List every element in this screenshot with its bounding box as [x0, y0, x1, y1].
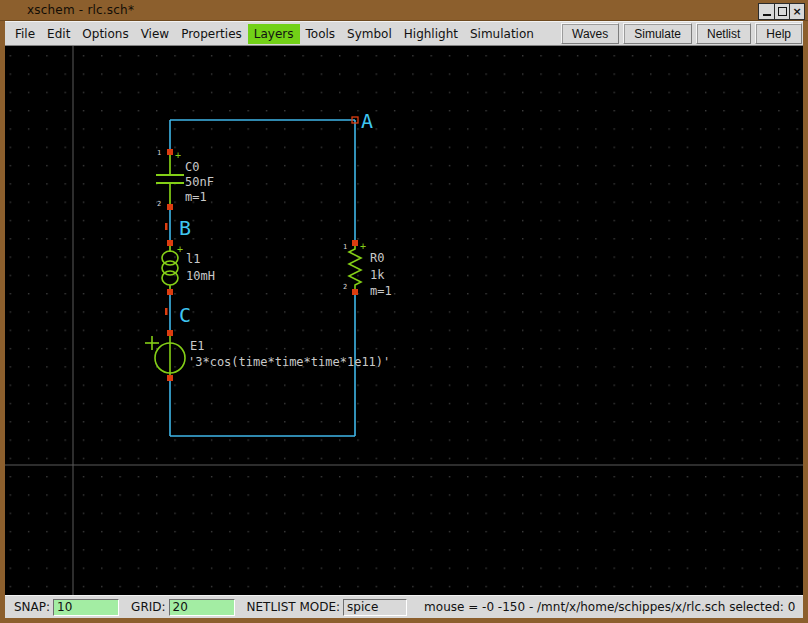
inductor-pin1-marker	[167, 240, 173, 246]
grid-label: GRID:	[131, 600, 165, 614]
capacitor-mult-label: m=1	[185, 190, 207, 204]
netlist-mode-input[interactable]	[343, 599, 407, 616]
node-label-a[interactable]: A	[361, 109, 373, 133]
source-value-label: '3*cos(time*time*time*1e11)'	[188, 355, 390, 369]
resistor-name-label: R0	[370, 251, 384, 265]
minimize-icon	[763, 8, 771, 16]
close-icon: ×	[792, 7, 801, 17]
resistor-pin1-number: 1	[343, 243, 347, 251]
menu-simulation[interactable]: Simulation	[464, 24, 540, 44]
mouse-status-text: mouse = -0 -150 - /mnt/x/home/schippes/x…	[424, 600, 795, 614]
capacitor-plus-sign: +	[175, 150, 181, 161]
simulate-button[interactable]: Simulate	[623, 23, 692, 44]
resistor-pin1-marker	[352, 240, 358, 246]
statusbar: SNAP: GRID: NETLIST MODE: mouse = -0 -15…	[5, 595, 803, 618]
capacitor-value-label: 50nF	[185, 175, 214, 189]
capacitor-pin1-marker	[167, 149, 173, 155]
menu-highlight[interactable]: Highlight	[398, 24, 464, 44]
snap-input[interactable]	[53, 599, 119, 616]
capacitor-pin1-number: 1	[157, 149, 161, 157]
source-name-label: E1	[190, 339, 204, 353]
node-b-attach-marker	[165, 223, 168, 230]
source-pin2-marker	[167, 375, 173, 381]
maximize-icon	[778, 7, 787, 16]
xschem-window: xschem - rlc.sch* × File Edit Options Vi…	[0, 0, 808, 623]
schematic-canvas[interactable]: 1 2 + C0 50nF m=1 B + l1 10mH	[5, 46, 803, 595]
source-pin1-marker	[167, 330, 173, 336]
inductor-pin2-marker	[167, 289, 173, 295]
inductor-name-label: l1	[186, 252, 200, 266]
capacitor-pin2-marker	[167, 204, 173, 210]
titlebar[interactable]: xschem - rlc.sch* ×	[0, 0, 808, 21]
grid-input[interactable]	[169, 599, 235, 616]
netlist-mode-label: NETLIST MODE:	[247, 600, 341, 614]
resistor-value-label: 1k	[370, 268, 385, 282]
capacitor-pin2-number: 2	[157, 200, 161, 208]
schematic-svg[interactable]: 1 2 + C0 50nF m=1 B + l1 10mH	[5, 46, 803, 595]
resistor-pin2-number: 2	[343, 283, 347, 291]
maximize-button[interactable]	[774, 4, 789, 19]
resistor-mult-label: m=1	[370, 284, 392, 298]
window-title: xschem - rlc.sch*	[27, 3, 134, 17]
window-controls: ×	[758, 3, 805, 20]
menubar: File Edit Options View Properties Layers…	[5, 21, 803, 46]
grid-dots	[5, 46, 803, 595]
menu-symbol[interactable]: Symbol	[341, 24, 398, 44]
resistor-plus-sign: +	[360, 241, 366, 252]
menu-items: File Edit Options View Properties Layers…	[5, 24, 540, 44]
minimize-button[interactable]	[759, 4, 774, 19]
node-label-b[interactable]: B	[179, 216, 191, 240]
node-c-attach-marker	[165, 308, 168, 315]
node-label-c[interactable]: C	[179, 303, 191, 327]
resistor-pin2-marker	[352, 289, 358, 295]
menu-edit[interactable]: Edit	[41, 24, 76, 44]
menu-layers[interactable]: Layers	[248, 24, 300, 44]
netlist-button[interactable]: Netlist	[696, 23, 751, 44]
waves-button[interactable]: Waves	[561, 23, 619, 44]
close-button[interactable]: ×	[789, 4, 804, 19]
snap-label: SNAP:	[14, 600, 50, 614]
menu-properties[interactable]: Properties	[175, 24, 248, 44]
help-button[interactable]: Help	[755, 23, 802, 44]
menu-tools[interactable]: Tools	[300, 24, 342, 44]
toolbar-buttons: Waves Simulate Netlist Help	[557, 23, 802, 44]
menu-options[interactable]: Options	[76, 24, 134, 44]
inductor-value-label: 10mH	[186, 269, 215, 283]
inductor-plus-sign: +	[177, 244, 183, 255]
menu-file[interactable]: File	[9, 24, 41, 44]
capacitor-name-label: C0	[185, 160, 199, 174]
menu-view[interactable]: View	[135, 24, 175, 44]
